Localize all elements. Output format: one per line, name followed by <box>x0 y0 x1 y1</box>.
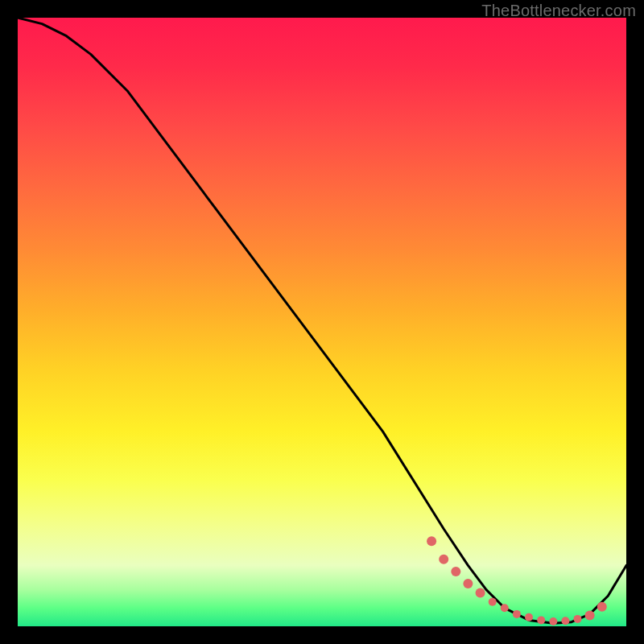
highlight-point <box>476 588 485 597</box>
marker-layer <box>427 536 607 625</box>
highlight-point <box>513 610 521 618</box>
highlight-point <box>537 616 545 624</box>
bottleneck-curve <box>18 18 626 623</box>
highlight-point <box>501 604 509 612</box>
chart-svg <box>18 18 626 626</box>
curve-layer <box>18 18 626 623</box>
highlight-point <box>439 555 448 564</box>
highlight-point <box>427 536 436 546</box>
highlight-point <box>525 613 533 621</box>
highlight-point <box>489 598 497 606</box>
highlight-point <box>585 610 595 620</box>
highlight-point <box>463 579 473 588</box>
highlight-point <box>597 602 607 612</box>
highlight-point <box>561 617 569 625</box>
highlight-point <box>451 567 460 576</box>
chart-stage: TheBottlenecker.com <box>0 0 644 644</box>
highlight-point <box>574 615 582 623</box>
highlight-point <box>549 617 557 625</box>
plot-area <box>18 18 626 626</box>
